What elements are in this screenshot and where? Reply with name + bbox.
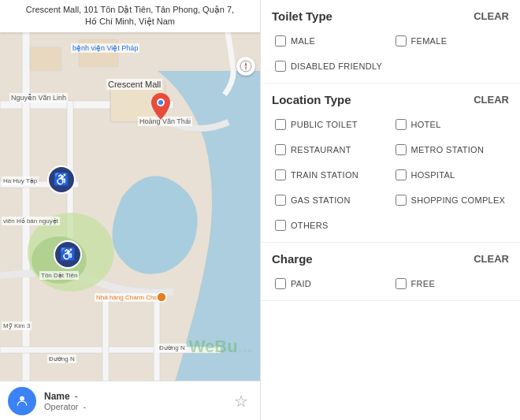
loc-train-label: TRAIN STATION: [291, 170, 358, 180]
charge-header: Charge CLEAR: [272, 252, 509, 266]
park-label: viên Hồ bán nguyệt: [2, 217, 60, 225]
loc-metro-checkbox[interactable]: [396, 144, 407, 155]
address-line2: Hồ Chí Minh, Việt Nam: [85, 17, 175, 26]
svg-marker-15: [245, 61, 247, 66]
charge-clear-button[interactable]: CLEAR: [474, 253, 509, 265]
loc-train-option[interactable]: TRAIN STATION: [272, 165, 389, 185]
map-info-bar: Name - Operator - ☆: [0, 381, 260, 420]
toilet-female-option[interactable]: FEMALE: [392, 31, 510, 51]
location-type-title: Location Type: [272, 93, 351, 106]
loc-hospital-checkbox[interactable]: [396, 169, 407, 180]
compass-icon[interactable]: [236, 57, 255, 76]
loc-public-option[interactable]: PUBLIC TOILET: [272, 114, 389, 135]
loc-others-label: OTHERS: [291, 221, 329, 230]
favorite-button[interactable]: ☆: [230, 390, 252, 412]
toilet-male-checkbox[interactable]: [275, 35, 286, 46]
charge-paid-option[interactable]: PAID: [272, 273, 389, 294]
svg-rect-11: [30, 47, 61, 71]
ha-huy-tap-label: Ha Huy Tập: [2, 177, 39, 185]
toilet-type-options: MALE FEMALE DISABLED FRIENDLY: [272, 31, 509, 76]
charge-title: Charge: [272, 252, 313, 266]
toilet-type-title: Toilet Type: [272, 9, 332, 23]
location-type-section: Location Type CLEAR PUBLIC TOILET HOTEL …: [261, 84, 520, 243]
loc-hospital-option[interactable]: HOSPITAL: [392, 165, 510, 185]
duong-n-label1: Đường N: [47, 355, 76, 363]
toilet-type-header: Toilet Type CLEAR: [272, 9, 509, 23]
info-operator-dash: -: [83, 402, 86, 411]
svg-text:♿: ♿: [54, 172, 69, 187]
ton-dat-tien-label: Tôn Dật Tiên: [39, 271, 79, 280]
loc-metro-label: METRO STATION: [411, 145, 485, 154]
loc-public-checkbox[interactable]: [275, 119, 286, 130]
loc-hospital-label: HOSPITAL: [411, 170, 455, 180]
charge-free-option[interactable]: FREE: [392, 273, 510, 294]
charge-options: PAID FREE: [272, 273, 509, 294]
loc-gas-checkbox[interactable]: [275, 195, 286, 206]
crescent-mall-label: Crescent Mall: [106, 79, 162, 90]
charge-section: Charge CLEAR PAID FREE: [261, 243, 520, 301]
charge-paid-checkbox[interactable]: [275, 278, 286, 289]
loc-metro-option[interactable]: METRO STATION: [392, 139, 510, 160]
hospital-label: bệnh viện Việt Pháp: [71, 43, 139, 53]
toilet-female-checkbox[interactable]: [396, 35, 407, 46]
loc-others-option[interactable]: OTHERS: [272, 215, 389, 236]
red-pin-marker[interactable]: [151, 93, 170, 123]
charge-free-label: FREE: [411, 279, 436, 288]
loc-restaurant-label: RESTAURANT: [291, 145, 351, 154]
toilet-type-section: Toilet Type CLEAR MALE FEMALE DISABLED F…: [261, 0, 520, 84]
svg-rect-2: [22, 0, 30, 420]
map-panel: Crescent Mall, 101 Tôn Dật Tiên, Tân Pho…: [0, 0, 260, 420]
location-avatar: [8, 387, 36, 415]
info-operator-label: Operator: [44, 402, 78, 411]
svg-marker-16: [245, 66, 247, 71]
svg-rect-4: [0, 347, 221, 353]
loc-gas-option[interactable]: GAS STATION: [272, 190, 389, 210]
loc-restaurant-option[interactable]: RESTAURANT: [272, 139, 389, 160]
charge-paid-label: PAID: [291, 279, 311, 288]
svg-point-24: [20, 396, 24, 400]
info-name-label: Name: [44, 391, 70, 402]
toilet-female-label: FEMALE: [411, 36, 448, 46]
toilet-disabled-checkbox[interactable]: [275, 61, 286, 72]
loc-restaurant-checkbox[interactable]: [275, 144, 286, 155]
toilet-male-label: MALE: [291, 36, 315, 46]
map-svg: ©: [0, 0, 260, 420]
filter-panel: Toilet Type CLEAR MALE FEMALE DISABLED F…: [260, 0, 520, 420]
blue-pin-marker-2[interactable]: ♿: [54, 240, 82, 272]
loc-others-checkbox[interactable]: [275, 220, 286, 231]
svg-text:♿: ♿: [60, 247, 76, 262]
charm-charm-marker[interactable]: [156, 292, 167, 306]
toilet-male-option[interactable]: MALE: [272, 31, 389, 51]
loc-train-checkbox[interactable]: [275, 169, 286, 180]
toilet-disabled-option[interactable]: DISABLED FRIENDLY: [272, 56, 389, 76]
loc-gas-label: GAS STATION: [291, 195, 351, 205]
location-type-clear-button[interactable]: CLEAR: [474, 94, 509, 106]
charge-free-checkbox[interactable]: [396, 278, 407, 289]
duong-n-label2: Đường N: [158, 344, 187, 352]
loc-public-label: PUBLIC TOILET: [291, 120, 358, 129]
loc-shopping-option[interactable]: SHOPPING COMPLEX: [392, 190, 510, 210]
blue-pin-marker-1[interactable]: ♿: [47, 165, 76, 197]
my-kim-label: Mỹ Kim 3: [2, 322, 32, 330]
address-bar: Crescent Mall, 101 Tôn Dật Tiên, Tân Pho…: [0, 0, 260, 32]
loc-shopping-label: SHOPPING COMPLEX: [411, 195, 506, 205]
location-type-options: PUBLIC TOILET HOTEL RESTAURANT METRO STA…: [272, 114, 509, 236]
address-line1: Crescent Mall, 101 Tôn Dật Tiên, Tân Pho…: [26, 5, 234, 14]
loc-shopping-checkbox[interactable]: [396, 195, 407, 206]
info-name-dash: -: [75, 391, 78, 402]
info-text-block: Name - Operator -: [44, 391, 222, 411]
loc-hotel-label: HOTEL: [411, 120, 441, 129]
svg-point-18: [158, 100, 163, 105]
loc-hotel-checkbox[interactable]: [396, 119, 407, 130]
location-type-header: Location Type CLEAR: [272, 93, 509, 106]
svg-point-23: [157, 292, 166, 302]
street-label-nguyen: Nguyễn Văn Linh: [9, 93, 68, 102]
toilet-disabled-label: DISABLED FRIENDLY: [291, 61, 382, 71]
loc-hotel-option[interactable]: HOTEL: [392, 114, 510, 135]
toilet-type-clear-button[interactable]: CLEAR: [474, 10, 509, 22]
